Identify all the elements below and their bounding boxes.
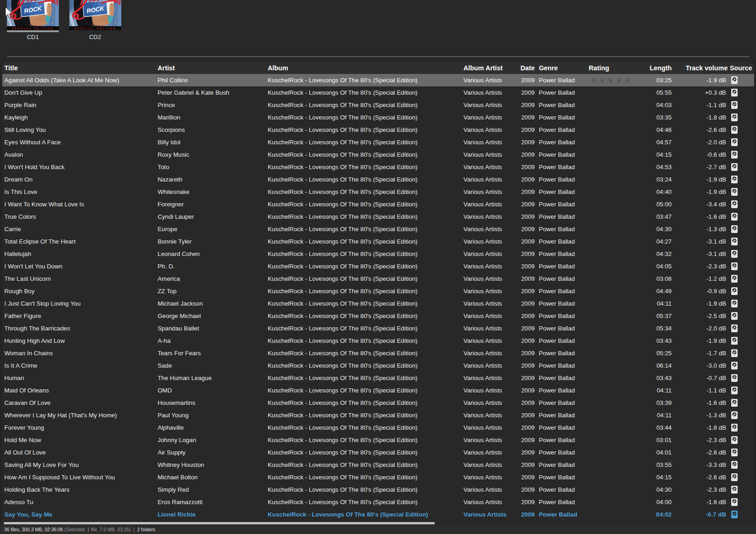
svg-text:SPECIAL EDITION: SPECIAL EDITION xyxy=(74,27,116,30)
svg-text:SPECIAL EDITION: SPECIAL EDITION xyxy=(12,27,54,30)
